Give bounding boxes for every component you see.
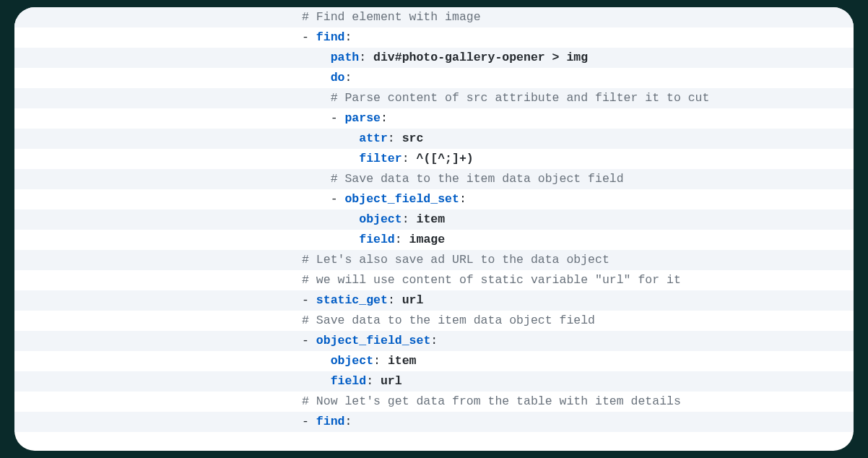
code-line: - parse: [14, 108, 854, 129]
code-block: # Find element with image - find: path: … [14, 7, 854, 432]
code-token-punct: - [302, 30, 316, 44]
code-line: field: image [14, 230, 854, 250]
code-token-value: url [381, 374, 402, 388]
code-token-comment: # Save data to the item data object fiel… [302, 314, 595, 327]
code-token-key: object_field_set [344, 192, 459, 206]
code-token-punct: : [381, 111, 388, 125]
code-line: do: [14, 68, 854, 88]
code-token-key: object [331, 354, 373, 368]
code-token-key: object_field_set [316, 334, 430, 347]
code-token-punct: : [459, 192, 466, 206]
code-token-comment: # Find element with image [302, 10, 481, 24]
code-token-punct: : [388, 131, 402, 145]
code-line: # Now let's get data from the table with… [14, 392, 854, 412]
code-token-key: field [359, 233, 395, 246]
code-line: filter: ^([^;]+) [14, 149, 854, 169]
code-token-punct: : [366, 374, 381, 388]
code-line: # Find element with image [14, 7, 854, 27]
code-token-comment: # Let's also save ad URL to the data obj… [302, 253, 609, 267]
code-line: # Save data to the item data object fiel… [14, 311, 854, 331]
code-line: object: item [14, 209, 854, 230]
code-token-value: url [402, 293, 424, 307]
code-token-key: object [359, 212, 402, 226]
code-token-key: field [331, 374, 367, 388]
code-line: - object_field_set: [14, 189, 854, 209]
code-line: path: div#photo-gallery-opener > img [14, 48, 854, 68]
code-token-value: src [402, 131, 424, 145]
code-line: # Save data to the item data object fiel… [14, 169, 854, 189]
code-line: attr: src [14, 129, 854, 149]
code-token-key: parse [344, 111, 381, 125]
code-token-comment: # Parse content of src attribute and fil… [331, 91, 710, 105]
code-token-key: find [316, 415, 345, 428]
code-token-punct: - [302, 415, 316, 428]
code-token-punct: : [430, 334, 438, 347]
code-line: - object_field_set: [14, 331, 854, 351]
code-token-punct: : [344, 415, 352, 428]
code-token-key: path [331, 51, 360, 64]
code-token-value: item [416, 212, 445, 226]
code-token-punct: : [359, 51, 373, 64]
code-token-punct: : [344, 30, 352, 44]
code-token-key: filter [359, 152, 402, 165]
code-token-comment: # we will use content of static variable… [302, 273, 681, 287]
code-token-punct: : [402, 212, 417, 226]
code-token-key: static_get [316, 293, 388, 307]
code-token-comment: # Now let's get data from the table with… [302, 394, 681, 408]
code-token-punct: : [373, 354, 388, 368]
code-token-key: do [331, 71, 345, 85]
code-line: field: url [14, 371, 854, 392]
code-token-key: find [316, 30, 345, 44]
code-line: object: item [14, 351, 854, 371]
code-line: # Let's also save ad URL to the data obj… [14, 250, 854, 270]
code-token-comment: # Save data to the item data object fiel… [331, 172, 624, 186]
code-line: # Parse content of src attribute and fil… [14, 88, 854, 108]
code-token-punct: - [302, 293, 316, 307]
code-token-value: div#photo-gallery-opener > img [373, 51, 588, 64]
code-token-punct: - [331, 192, 345, 206]
code-token-punct: - [331, 111, 345, 125]
code-line: - find: [14, 27, 854, 48]
code-token-key: attr [359, 131, 388, 145]
code-token-punct: - [302, 334, 316, 347]
code-line: # we will use content of static variable… [14, 270, 854, 290]
code-token-punct: : [344, 71, 352, 85]
code-token-punct: : [395, 233, 409, 246]
code-line: - static_get: url [14, 290, 854, 311]
code-token-value: ^([^;]+) [416, 152, 473, 165]
code-card: # Find element with image - find: path: … [14, 7, 854, 451]
code-line: - find: [14, 412, 854, 432]
code-token-punct: : [402, 152, 417, 165]
code-token-punct: : [388, 293, 402, 307]
code-token-value: item [388, 354, 417, 368]
code-token-value: image [409, 233, 446, 246]
